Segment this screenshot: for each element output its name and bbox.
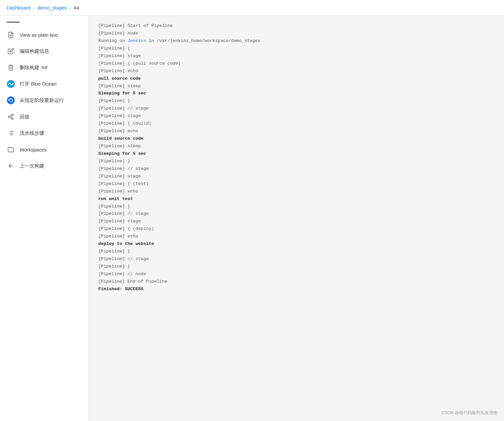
sidebar: View as plain text 编辑构建信息	[0, 16, 88, 421]
log-line: [Pipeline] End of Pipeline	[98, 278, 494, 286]
log-line: [Pipeline] sleep	[98, 83, 494, 90]
log-line: Running on Jenkins in /var/jenkins_home/…	[98, 37, 494, 45]
sidebar-label-replay-build: 回放	[20, 114, 29, 120]
breadcrumb-build-number: #4	[74, 5, 79, 10]
sidebar-item-pipeline-steps[interactable]: 流水线步骤	[0, 125, 88, 141]
svg-point-3	[7, 96, 15, 104]
log-line: [Pipeline] echo	[98, 128, 494, 135]
log-line: [Pipeline] {	[98, 45, 494, 52]
sidebar-label-workspaces: Workspaces	[20, 147, 47, 152]
log-line: [Pipeline] }	[98, 248, 494, 255]
breadcrumb-sep-1: ›	[33, 5, 35, 10]
edit-icon	[7, 47, 15, 55]
sidebar-divider	[7, 22, 20, 23]
header: Dashboard › demo_stages › #4	[0, 0, 504, 16]
breadcrumb-sep-2: ›	[69, 5, 71, 10]
log-line: [Pipeline] stage	[98, 218, 494, 225]
sidebar-label-edit-build-info: 编辑构建信息	[20, 48, 49, 54]
main-layout: View as plain text 编辑构建信息	[0, 16, 504, 421]
breadcrumb-dashboard[interactable]: Dashboard	[7, 5, 30, 10]
log-line: [Pipeline] }	[98, 97, 494, 105]
watermark: CSDN @敲代码敲到头发茂密	[441, 410, 497, 416]
log-line: [Pipeline] // stage	[98, 255, 494, 263]
log-line: [Pipeline] echo	[98, 233, 494, 240]
svg-line-8	[10, 115, 12, 116]
log-line: [Pipeline] // node	[98, 271, 494, 278]
log-line: build source code	[98, 135, 494, 143]
jenkins-link[interactable]: Jenkins	[127, 38, 146, 43]
log-line: [Pipeline] Start of Pipeline	[98, 22, 494, 30]
sidebar-item-workspaces[interactable]: Workspaces	[0, 141, 88, 158]
replay-icon	[7, 96, 15, 105]
log-line: [Pipeline] echo	[98, 68, 494, 75]
log-line: [Pipeline] { (pull source code)	[98, 60, 494, 68]
sidebar-label-pipeline-steps: 流水线步骤	[20, 130, 44, 136]
log-line: [Pipeline] echo	[98, 188, 494, 195]
log-line: [Pipeline] stage	[98, 52, 494, 60]
log-line: [Pipeline] }	[98, 203, 494, 210]
svg-point-6	[12, 118, 13, 119]
log-line: [Pipeline] sleep	[98, 143, 494, 150]
blue-ocean-icon	[7, 80, 15, 88]
log-line: [Pipeline] }	[98, 263, 494, 271]
log-line: [Pipeline] { (build)	[98, 120, 494, 128]
doc-icon	[7, 30, 15, 39]
sidebar-label-view-plain-text: View as plain text	[20, 32, 58, 38]
folder-icon	[7, 145, 15, 154]
log-line: run unit test	[98, 195, 494, 203]
log-line: [Pipeline] { (deploy)	[98, 225, 494, 233]
sidebar-label-prev-build: 上一次构建	[20, 163, 44, 169]
sidebar-label-replay: 从指定阶段重新运行	[20, 97, 64, 104]
log-line: pull source code	[98, 75, 494, 83]
sidebar-item-replay-build[interactable]: 回放	[0, 109, 88, 125]
log-line: Sleeping for 5 sec	[98, 90, 494, 97]
log-line: [Pipeline] }	[98, 158, 494, 165]
log-line: Sleeping for 5 sec	[98, 150, 494, 158]
log-line: [Pipeline] // stage	[98, 105, 494, 112]
content-area: [Pipeline] Start of Pipeline[Pipeline] n…	[88, 16, 504, 421]
sidebar-item-prev-build[interactable]: 上一次构建	[0, 158, 88, 174]
log-line: [Pipeline] stage	[98, 112, 494, 120]
share-icon	[7, 112, 15, 121]
log-line: [Pipeline] stage	[98, 173, 494, 180]
sidebar-item-view-plain-text[interactable]: View as plain text	[0, 27, 88, 43]
back-icon	[7, 162, 15, 170]
trash-icon	[7, 63, 15, 72]
sidebar-label-delete-build: 删除构建 '#4'	[20, 65, 48, 71]
log-line: [Pipeline] { (test)	[98, 180, 494, 188]
log-line: [Pipeline] // stage	[98, 165, 494, 173]
sidebar-item-blue-ocean[interactable]: 打开 Blue Ocean	[0, 76, 88, 92]
log-line: Finished: SUCCESS	[98, 286, 494, 293]
log-line: [Pipeline] // stage	[98, 210, 494, 218]
breadcrumb-demo-stages[interactable]: demo_stages	[37, 5, 67, 10]
sidebar-item-replay[interactable]: 从指定阶段重新运行	[0, 92, 88, 109]
svg-point-5	[9, 116, 10, 118]
log-line: [Pipeline] node	[98, 30, 494, 37]
log-container: [Pipeline] Start of Pipeline[Pipeline] n…	[98, 22, 494, 293]
list-icon	[7, 129, 15, 137]
sidebar-label-blue-ocean: 打开 Blue Ocean	[20, 81, 57, 87]
svg-point-4	[12, 114, 13, 116]
log-line: deploy to the website	[98, 240, 494, 248]
sidebar-item-delete-build[interactable]: 删除构建 '#4'	[0, 59, 88, 76]
svg-line-7	[10, 117, 12, 118]
sidebar-item-edit-build-info[interactable]: 编辑构建信息	[0, 43, 88, 59]
